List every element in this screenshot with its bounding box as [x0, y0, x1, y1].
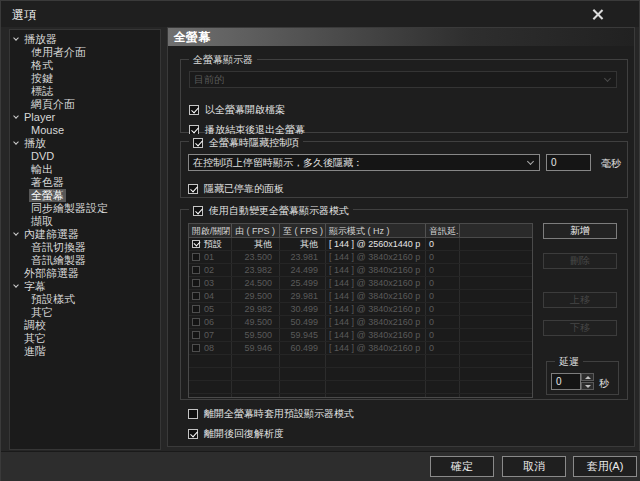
- sidebar-item-label: 使用者介面: [29, 46, 88, 59]
- display-modes-table[interactable]: 開啟/關閉由 ( FPS )至 ( FPS )顯示模式 ( Hz )音訊延...…: [188, 223, 533, 398]
- checkbox-icon[interactable]: [192, 305, 200, 313]
- sidebar-item-音訊切換器[interactable]: 音訊切換器: [10, 241, 160, 254]
- sidebar-item-Mouse[interactable]: Mouse: [10, 124, 160, 137]
- sidebar-item-label: 輸出: [29, 163, 55, 176]
- display-mode-row[interactable]: 0859.94660.499[ 144 ] @ 3840x2160 p0: [189, 342, 532, 355]
- close-button[interactable]: [580, 3, 616, 25]
- close-icon: [591, 8, 604, 21]
- table-column-header: 音訊延...: [426, 224, 460, 237]
- open-fullscreen-label: 以全螢幕開啟檔案: [205, 104, 285, 115]
- sidebar-item-Player[interactable]: Player: [10, 111, 160, 124]
- delay-group-label: 延遲: [555, 355, 583, 369]
- checkbox-icon: [189, 105, 199, 115]
- display-mode-row[interactable]: 0324.50025.499[ 144 ] @ 3840x2160 p0: [189, 277, 532, 290]
- checkbox-icon[interactable]: [192, 266, 200, 274]
- chevron-down-icon[interactable]: [13, 139, 19, 145]
- sidebar-item-label: 音訊切換器: [29, 241, 88, 254]
- table-cell: [326, 355, 426, 367]
- sidebar-item-外部篩選器[interactable]: 外部篩選器: [10, 267, 160, 280]
- title-bar: 選項: [1, 1, 639, 27]
- display-mode-row[interactable]: 0223.98224.499[ 144 ] @ 3840x2160 p0: [189, 264, 532, 277]
- sidebar-item-label: 其它: [22, 332, 48, 345]
- display-modes-table-header: 開啟/關閉由 ( FPS )至 ( FPS )顯示模式 ( Hz )音訊延...: [189, 224, 532, 238]
- cancel-button[interactable]: 取消: [502, 456, 566, 477]
- sidebar-item-同步繪製器設定[interactable]: 同步繪製器設定: [10, 202, 160, 215]
- exit-fullscreen-checkbox[interactable]: 播放結束後退出全螢幕: [189, 121, 305, 134]
- sidebar-item-使用者介面[interactable]: 使用者介面: [10, 46, 160, 59]
- table-cell: 59.946: [232, 342, 280, 354]
- hide-controls-checkbox[interactable]: 全螢幕時隱藏控制項: [189, 134, 303, 147]
- checkbox-icon[interactable]: [192, 292, 200, 300]
- add-button[interactable]: 新增: [543, 223, 617, 239]
- checkbox-icon: [188, 184, 198, 194]
- sidebar-item-DVD[interactable]: DVD: [10, 150, 160, 163]
- sidebar-item-進階[interactable]: 進階: [10, 345, 160, 358]
- restore-resolution-checkbox[interactable]: 離開後回復解析度: [188, 425, 284, 438]
- ok-button[interactable]: 確定: [430, 456, 494, 477]
- chevron-down-icon[interactable]: [13, 282, 19, 288]
- sidebar-item-全螢幕[interactable]: 全螢幕: [10, 189, 160, 202]
- display-mode-row[interactable]: 預設其他其他[ 144 ] @ 2560x1440 p0: [189, 238, 532, 251]
- apply-default-mode-checkbox[interactable]: 離開全螢幕時套用預設顯示器模式: [188, 405, 354, 418]
- seconds-label: 秒: [599, 377, 609, 391]
- sidebar-item-著色器[interactable]: 著色器: [10, 176, 160, 189]
- table-column-header: 由 ( FPS ): [232, 224, 280, 237]
- table-cell: [ 144 ] @ 3840x2160 p: [326, 303, 426, 315]
- display-mode-row[interactable]: 0529.98230.499[ 144 ] @ 3840x2160 p0: [189, 303, 532, 316]
- sidebar-item-格式[interactable]: 格式: [10, 59, 160, 72]
- spinner-down-icon[interactable]: [581, 382, 594, 390]
- sidebar-item-音訊繪製器[interactable]: 音訊繪製器: [10, 254, 160, 267]
- table-cell: [232, 394, 280, 398]
- sidebar-item-label: Player: [22, 111, 57, 124]
- hide-delay-input[interactable]: 0: [546, 154, 591, 171]
- sidebar-item-播放器[interactable]: 播放器: [10, 33, 160, 46]
- checkbox-icon[interactable]: [192, 279, 200, 287]
- settings-tree-list: 播放器使用者介面格式按鍵標誌網頁介面PlayerMouse播放DVD輸出著色器全…: [10, 33, 160, 358]
- sidebar-item-label: 標誌: [29, 85, 55, 98]
- display-mode-row[interactable]: 0123.50023.981[ 144 ] @ 3840x2160 p0: [189, 251, 532, 264]
- checkbox-icon[interactable]: [192, 253, 200, 261]
- display-mode-row[interactable]: 0429.50029.981[ 144 ] @ 3840x2160 p0: [189, 290, 532, 303]
- table-cell: 29.500: [232, 290, 280, 302]
- sidebar-item-預設樣式[interactable]: 預設樣式: [10, 293, 160, 306]
- sidebar-item-內建篩選器[interactable]: 內建篩選器: [10, 228, 160, 241]
- checkbox-icon[interactable]: [192, 344, 200, 352]
- table-cell: [460, 355, 533, 367]
- table-cell: [280, 394, 326, 398]
- table-cell: 05: [189, 303, 232, 315]
- sidebar-item-字幕[interactable]: 字幕: [10, 280, 160, 293]
- chevron-down-icon[interactable]: [13, 230, 19, 236]
- footer-bar: 確定 取消 套用(A): [1, 451, 640, 481]
- spinner-up-icon[interactable]: [581, 373, 594, 381]
- chevron-down-icon[interactable]: [13, 35, 19, 41]
- open-fullscreen-checkbox[interactable]: 以全螢幕開啟檔案: [189, 101, 285, 114]
- sidebar-item-其它[interactable]: 其它: [10, 306, 160, 319]
- hide-docked-checkbox[interactable]: 隱藏已停靠的面板: [188, 180, 284, 193]
- checkbox-icon[interactable]: [192, 331, 200, 339]
- checkbox-icon[interactable]: [192, 318, 200, 326]
- table-cell: [426, 368, 460, 380]
- chevron-down-icon[interactable]: [13, 113, 19, 119]
- sidebar-item-label: 同步繪製器設定: [29, 202, 110, 215]
- sidebar-item-播放[interactable]: 播放: [10, 137, 160, 150]
- sidebar-item-網頁介面[interactable]: 網頁介面: [10, 98, 160, 111]
- page-title: 全螢幕: [168, 28, 634, 46]
- table-cell: 預設: [189, 238, 232, 250]
- table-cell: 23.981: [280, 251, 326, 263]
- table-cell: [460, 316, 533, 328]
- autochange-mode-checkbox[interactable]: 使用自動變更全螢幕顯示器模式: [189, 202, 353, 215]
- delay-seconds-input[interactable]: 0: [551, 373, 581, 390]
- sidebar-item-擷取[interactable]: 擷取: [10, 215, 160, 228]
- sidebar-item-調校[interactable]: 調校: [10, 319, 160, 332]
- display-mode-row[interactable]: 0759.50059.945[ 144 ] @ 3840x2160 p0: [189, 329, 532, 342]
- sidebar-item-輸出[interactable]: 輸出: [10, 163, 160, 176]
- checkbox-icon[interactable]: [192, 240, 200, 248]
- sidebar-item-其它[interactable]: 其它: [10, 332, 160, 345]
- display-mode-row[interactable]: 0649.50050.499[ 144 ] @ 3840x2160 p0: [189, 316, 532, 329]
- sidebar-item-按鍵[interactable]: 按鍵: [10, 72, 160, 85]
- apply-button[interactable]: 套用(A): [573, 456, 637, 477]
- table-cell: 0: [426, 329, 460, 341]
- sidebar-item-label: 音訊繪製器: [29, 254, 88, 267]
- hide-policy-select[interactable]: 在控制項上停留時顯示，多久後隱藏：: [188, 154, 540, 171]
- sidebar-item-標誌[interactable]: 標誌: [10, 85, 160, 98]
